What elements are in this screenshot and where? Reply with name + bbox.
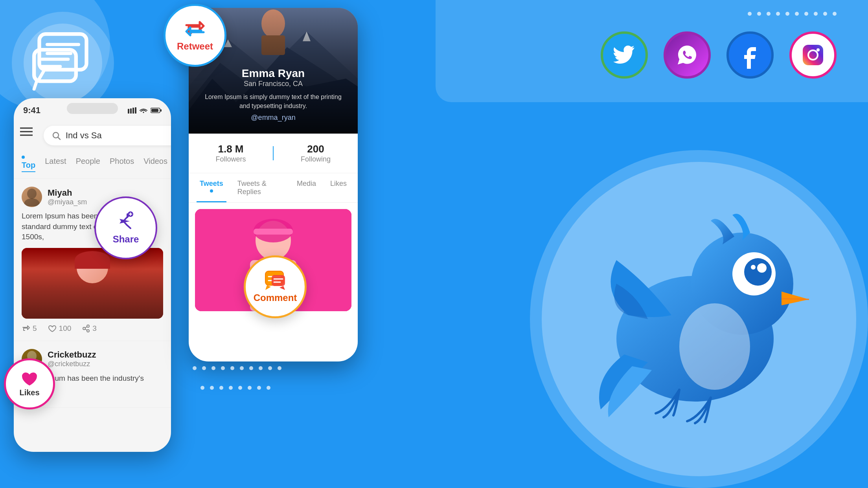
likes-count[interactable]: 100 <box>48 324 72 333</box>
profile-tabs: Tweets Tweets & Replies Media Likes <box>189 173 358 203</box>
tab-photos[interactable]: Photos <box>110 157 134 167</box>
tweet-image-1 <box>22 248 163 319</box>
svg-line-61 <box>782 299 809 299</box>
svg-point-60 <box>751 265 756 270</box>
svg-rect-52 <box>803 45 823 65</box>
tab-videos[interactable]: Videos <box>143 157 167 167</box>
followers-stat: 1.8 M Followers <box>189 143 273 163</box>
svg-point-12 <box>143 112 144 113</box>
comment-button[interactable]: Comment <box>244 255 307 318</box>
hamburger-icon[interactable] <box>20 127 33 138</box>
tab-likes[interactable]: Likes <box>327 173 350 202</box>
svg-line-20 <box>58 138 61 140</box>
tab-tweets[interactable]: Tweets <box>197 173 226 202</box>
profile-name: Emma Ryan <box>189 67 358 80</box>
svg-rect-49 <box>272 275 285 286</box>
following-stat: 200 Following <box>274 143 358 163</box>
tab-latest[interactable]: Latest <box>45 157 66 167</box>
tweet-username-2: Cricketbuzz <box>48 350 96 360</box>
bottom-dots-1 <box>193 366 281 370</box>
retweet-count[interactable]: 5 <box>22 324 37 333</box>
share-label: Share <box>113 234 139 245</box>
time-display: 9:41 <box>23 105 40 116</box>
profile-info: Emma Ryan San Francisco, CA Lorem Ipsum … <box>189 67 358 122</box>
retweet-label: Retweet <box>177 41 213 52</box>
svg-line-26 <box>85 327 87 328</box>
profile-stats: 1.8 M Followers 200 Following <box>189 134 358 173</box>
svg-point-62 <box>679 303 750 390</box>
followers-count: 1.8 M <box>189 143 273 155</box>
social-icons-area <box>601 31 837 79</box>
svg-point-59 <box>757 263 767 273</box>
bottom-dots-2 <box>200 386 270 390</box>
phone-notch <box>67 103 118 114</box>
svg-point-25 <box>83 327 85 330</box>
share-button[interactable]: Share <box>94 196 157 259</box>
svg-point-58 <box>744 258 772 286</box>
tweet-handle-1: @miyaa_sm <box>48 198 87 206</box>
svg-rect-9 <box>130 108 132 114</box>
profile-bio: Lorem Ipsum is simply dummy text of the … <box>189 93 358 110</box>
svg-rect-45 <box>254 229 293 235</box>
following-count: 200 <box>274 143 358 155</box>
svg-point-24 <box>87 330 89 332</box>
tweet-handle-2: @cricketbuzz <box>48 360 96 368</box>
search-bar[interactable]: Ind vs Sa <box>44 126 171 145</box>
twitter-icon[interactable] <box>601 31 648 79</box>
tweet-card-1: Miyah @miyaa_sm Lorem Ipsum has been the… <box>14 179 171 341</box>
tab-top[interactable]: Top <box>22 152 35 172</box>
share-count[interactable]: 3 <box>82 324 97 333</box>
svg-point-22 <box>24 198 40 206</box>
svg-point-21 <box>27 189 37 199</box>
tweet-actions-1: 5 100 3 <box>22 324 163 333</box>
svg-point-23 <box>87 325 89 327</box>
tab-tweets-replies[interactable]: Tweets & Replies <box>234 173 286 202</box>
bird-mascot <box>569 189 837 457</box>
svg-rect-11 <box>135 107 136 114</box>
tab-people[interactable]: People <box>76 157 100 167</box>
top-right-dots <box>748 12 837 16</box>
search-input[interactable]: Ind vs Sa <box>66 130 171 141</box>
svg-rect-15 <box>160 109 162 112</box>
bird-area <box>514 134 868 488</box>
svg-line-27 <box>85 329 87 330</box>
instagram-icon[interactable] <box>789 31 837 79</box>
tab-media[interactable]: Media <box>294 173 319 202</box>
svg-line-7 <box>34 81 37 89</box>
likes-label: Likes <box>19 388 39 397</box>
tweet-username-1: Miyah <box>48 188 87 198</box>
svg-rect-10 <box>132 108 134 114</box>
svg-rect-8 <box>128 109 129 114</box>
comment-label: Comment <box>254 292 297 303</box>
svg-rect-14 <box>151 109 158 112</box>
whatsapp-icon[interactable] <box>664 31 711 79</box>
likes-button[interactable]: Likes <box>4 358 55 409</box>
profile-handle: @emma_ryan <box>189 114 358 122</box>
tweet-avatar-1 <box>22 187 42 207</box>
followers-label: Followers <box>189 155 273 163</box>
retweet-button[interactable]: Retweet <box>164 4 226 67</box>
svg-point-54 <box>817 48 820 51</box>
chat-icon <box>31 31 94 94</box>
search-tabs: Top Latest People Photos Videos <box>14 145 171 179</box>
facebook-icon[interactable] <box>726 31 774 79</box>
profile-location: San Francisco, CA <box>189 80 358 88</box>
following-label: Following <box>274 155 358 163</box>
